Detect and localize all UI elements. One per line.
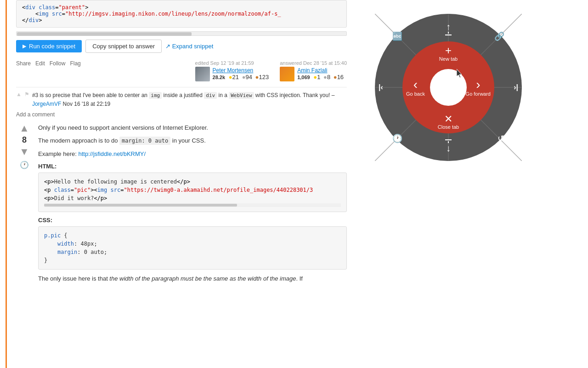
svg-line-0 [448, 14, 522, 87]
svg-line-1 [375, 14, 448, 87]
html-section-label: HTML: [38, 163, 347, 170]
italic-important: the width of the paragraph must be the s… [109, 275, 296, 282]
comment-section: ▲ ⚑ #3 is so precise that I've been able… [16, 87, 347, 118]
go-back-text: Go back [406, 91, 425, 97]
answerer-rep: 1,069 [297, 75, 310, 80]
radial-outer-ring: ↑ ↓ |‹ ›| 🔤 🔗 🕐 [375, 14, 522, 161]
radial-dividers-svg [375, 14, 522, 161]
answerer-gold: 1 [317, 74, 320, 80]
editor-action-label: edited Sep 12 '19 at 21:59 [195, 60, 254, 66]
user-cards: edited Sep 12 '19 at 21:59 Peter Mortens… [195, 60, 347, 81]
close-tab-text: Close tab [438, 124, 459, 130]
radial-history-label[interactable]: 🕐 [392, 133, 402, 144]
scroll-bottom-icon: ↓ [446, 144, 451, 153]
comment-vote-button[interactable]: ▲ [16, 91, 22, 108]
editor-card: edited Sep 12 '19 at 21:59 Peter Mortens… [195, 60, 269, 81]
answer-body: Only if you need to support ancient vers… [38, 123, 347, 288]
html-code-block: <p>Hello the following image is centered… [38, 172, 347, 212]
answer-text-2: The modern approach is to do margin: 0 a… [38, 136, 347, 146]
radial-translate-label[interactable]: 🔤 [392, 31, 402, 41]
radial-menu-overlay: ↑ ↓ |‹ ›| 🔤 🔗 🕐 [349, 0, 588, 368]
jsfiddle-link[interactable]: http://jsfiddle.net/bKRMY/ [78, 150, 146, 157]
scroll-top-icon: ↑ [446, 22, 451, 31]
share-link[interactable]: Share [16, 60, 31, 67]
answer-text-1: Only if you need to support ancient vers… [38, 123, 347, 133]
editor-silver: 94 [246, 74, 252, 80]
close-tab-icon: ✕ [444, 114, 452, 124]
new-tab-icon: + [445, 45, 452, 56]
edit-link[interactable]: Edit [35, 60, 45, 67]
answer-bottom-text: The only issue here is that the width of… [38, 274, 347, 284]
radial-center-circle [430, 69, 467, 106]
vote-column: ▲ 8 ▼ 🕐 [16, 123, 33, 288]
comment-item: ▲ ⚑ #3 is so precise that I've been able… [16, 91, 347, 108]
answer-text-3: Example here: http://jsfiddle.net/bKRMY/ [38, 150, 347, 159]
answerer-name-link[interactable]: Amin Fazlali [297, 67, 327, 74]
radial-close-tab-label[interactable]: ✕ Close tab [438, 114, 459, 130]
radial-link-label[interactable]: 🔗 [494, 31, 504, 41]
expand-snippet-link[interactable]: Expand snippet [165, 43, 213, 50]
radial-go-forward-label[interactable]: › Go forward [466, 78, 491, 97]
go-forward-icon: › [476, 78, 480, 91]
margin-code: margin: 0 auto [119, 137, 170, 145]
follow-link[interactable]: Follow [50, 60, 66, 67]
css-section-label: CSS: [38, 217, 347, 224]
snippet-buttons-row: Run code snippet Copy snippet to answer … [16, 40, 347, 53]
new-tab-text: New tab [439, 56, 458, 62]
go-forward-text: Go forward [466, 91, 491, 97]
answerer-bronze: 16 [337, 74, 344, 80]
post-action-links: Share Edit Follow Flag [16, 60, 81, 67]
answerer-action-label: answered Dec 28 '15 at 15:40 [280, 60, 347, 66]
editor-name-link[interactable]: Peter Mortensen [213, 67, 254, 74]
css-code-block: p.pic { width: 48px; margin: 0 auto; } [38, 226, 347, 270]
radial-far-right-label[interactable]: ›| [514, 83, 518, 92]
svg-line-2 [375, 87, 448, 161]
radial-new-tab-label[interactable]: + New tab [439, 45, 458, 62]
top-code-block: <div class="parent"> <img src="http://im… [16, 0, 347, 28]
vote-up-button[interactable]: ▲ [19, 123, 29, 133]
copy-snippet-to-answer-button[interactable]: Copy snippet to answer [85, 40, 162, 53]
radial-top-label[interactable]: ↑ [445, 22, 452, 36]
top-code-scrollbar[interactable] [16, 31, 347, 36]
radial-bottom-label[interactable]: ↓ [445, 139, 452, 153]
run-code-snippet-button[interactable]: Run code snippet [16, 40, 82, 52]
vote-down-button[interactable]: ▼ [19, 147, 29, 157]
answerer-card: answered Dec 28 '15 at 15:40 Amin Fazlal… [280, 60, 347, 81]
svg-line-3 [448, 87, 522, 161]
editor-rep: 28.2k [213, 75, 226, 80]
editor-bronze: 123 [259, 74, 269, 80]
comment-text: #3 is so precise that I've been able to … [32, 91, 347, 108]
add-comment-link[interactable]: Add a comment [16, 111, 55, 118]
revision-history-icon[interactable]: 🕐 [20, 161, 29, 169]
answerer-avatar [280, 67, 294, 81]
editor-gold: 21 [232, 74, 239, 80]
cursor-pointer [457, 69, 464, 78]
comment-flag: ⚑ [24, 91, 29, 108]
radial-reload-label[interactable]: ↺ [498, 133, 504, 144]
radial-far-left-label[interactable]: |‹ [379, 83, 383, 92]
radial-inner-ring: + New tab ‹ Go back › Go forward ✕ Close… [402, 41, 494, 133]
radial-menu[interactable]: ↑ ↓ |‹ ›| 🔤 🔗 🕐 [375, 14, 522, 161]
left-sidebar [0, 0, 7, 368]
answerer-silver: 8 [327, 74, 330, 80]
svg-marker-8 [457, 69, 462, 78]
editor-avatar [195, 67, 210, 81]
post-meta-row: Share Edit Follow Flag edited Sep 12 '19… [16, 60, 347, 81]
answer-section: ▲ 8 ▼ 🕐 Only if you need to support anci… [16, 123, 347, 288]
radial-go-back-label[interactable]: ‹ Go back [406, 78, 425, 97]
flag-link[interactable]: Flag [70, 60, 80, 67]
commenter-name-link[interactable]: JorgeAmVF [32, 101, 61, 107]
main-content: <div class="parent"> <img src="http://im… [7, 0, 356, 368]
vote-count: 8 [22, 135, 27, 145]
go-back-icon: ‹ [413, 78, 418, 91]
